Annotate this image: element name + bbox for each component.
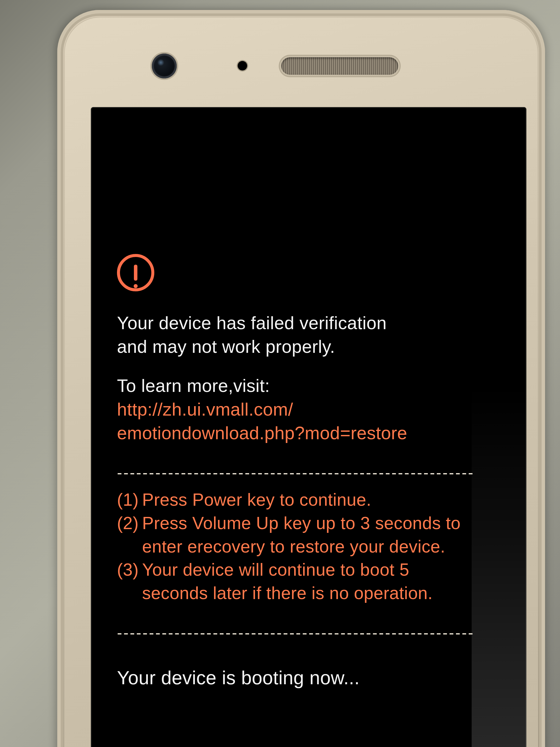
- separator-bottom: ----------------------------------------…: [117, 622, 504, 643]
- learn-more-block: To learn more,visit: http://zh.ui.vmall.…: [117, 374, 504, 445]
- learn-more-prompt: To learn more,visit:: [117, 374, 504, 398]
- option-3-num: (3): [117, 558, 142, 605]
- warning-icon: [117, 254, 154, 291]
- bootloader-screen: Your device has failed verification and …: [91, 107, 526, 747]
- boot-options: (1) Press Power key to continue. (2) Pre…: [117, 488, 504, 605]
- front-camera: [152, 54, 177, 78]
- learn-more-url-1: http://zh.ui.vmall.com/: [117, 398, 504, 421]
- option-2-text-b: enter erecovery to restore your device.: [142, 535, 504, 559]
- option-1-text: Press Power key to continue.: [142, 488, 504, 512]
- phone-frame: Your device has failed verification and …: [57, 10, 545, 747]
- option-1-num: (1): [117, 488, 142, 512]
- booting-status: Your device is booting now...: [117, 665, 504, 690]
- option-3-text-b: seconds later if there is no operation.: [142, 582, 504, 605]
- option-2-num: (2): [117, 512, 142, 559]
- verification-warning: Your device has failed verification and …: [117, 311, 504, 359]
- separator-top: ----------------------------------------…: [117, 462, 504, 483]
- proximity-sensor: [238, 61, 247, 71]
- warning-line-1: Your device has failed verification: [117, 311, 504, 335]
- option-2-text-a: Press Volume Up key up to 3 seconds to: [142, 512, 504, 535]
- warning-line-2: and may not work properly.: [117, 335, 504, 359]
- option-3-text-a: Your device will continue to boot 5: [142, 558, 504, 582]
- earpiece-speaker: [281, 57, 398, 75]
- learn-more-url-2: emotiondownload.php?mod=restore: [117, 421, 504, 445]
- phone-body: Your device has failed verification and …: [64, 17, 538, 747]
